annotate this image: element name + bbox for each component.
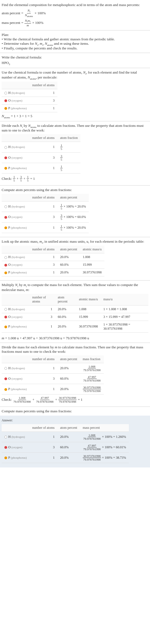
chemical-formula-section: Write the chemical formula: HPO3 (0, 53, 150, 68)
element-swatch-icon (4, 107, 7, 110)
table-row: H (hydrogen)1 (2, 89, 57, 97)
answer-table: number of atomsatom percentmass percent … (2, 424, 129, 463)
plan-bullet-1: • Write the chemical formula and gather … (2, 37, 148, 41)
table-row: O (oxygen)335 (2, 152, 80, 163)
element-swatch-icon (4, 146, 7, 149)
atomic-mass-section: Look up the atomic mass, mi, in unified … (0, 237, 150, 281)
table-row: O (oxygen)360.0%47.99779.978761998 (2, 374, 104, 384)
atom-fractions-section: Divide each Ni by Natoms to calculate at… (0, 121, 150, 186)
mass-frac-intro: Divide the mass for each element by m to… (2, 345, 148, 354)
answer-label: Answer: (2, 418, 148, 422)
plan-section: Plan: • Write the chemical formula and g… (0, 30, 150, 53)
atom-percents-section: Compute atom percents using the atom fra… (0, 186, 150, 237)
mol-mass-intro: Multiply Ni by mi to compute the mass fo… (2, 283, 148, 292)
table-row: P (phosphorus)120.0%30.9737619981 × 30.9… (2, 321, 148, 332)
element-swatch-icon (4, 205, 7, 208)
plan-bullet-2: • Determine values for Ni, mi, Natoms an… (2, 41, 148, 46)
atom-frac-check: Check: 15 + 35 + 15 = 1 (2, 175, 148, 182)
element-swatch-icon (4, 436, 7, 438)
table-row: O (oxygen)335 × 100% = 60.0% (2, 212, 89, 222)
mass-frac-check: Check: 1.00879.978761998 + 47.99779.9787… (2, 396, 148, 403)
atom-fraction-table: number of atomsatom fraction H (hydrogen… (2, 134, 80, 173)
table-row: O (oxygen)360.0%47.99779.978761998 × 100… (2, 442, 129, 452)
element-swatch-icon (4, 264, 7, 267)
count-atoms-section: Use the chemical formula to count the nu… (0, 68, 150, 121)
element-swatch-icon (4, 377, 7, 380)
atom-count-table: number of atoms H (hydrogen)1 O (oxygen)… (2, 82, 57, 112)
molecular-mass-table: number of atomsatom percentatomic mass/u… (2, 294, 148, 333)
mass-fractions-section: Divide the mass for each element by m to… (0, 343, 150, 407)
atomic-mass-intro: Look up the atomic mass, mi, in unified … (2, 239, 148, 244)
table-row: O (oxygen)360.0%15.999 (2, 261, 104, 269)
element-swatch-icon (4, 99, 7, 102)
element-swatch-icon (4, 308, 7, 311)
element-swatch-icon (4, 216, 7, 219)
mass-fraction-table: number of atomsatom percentmass fraction… (2, 355, 104, 395)
element-swatch-icon (4, 326, 7, 328)
table-row: H (hydrogen)120.0%1.00879.978761998 × 10… (2, 432, 129, 442)
table-row: P (phosphorus)120.0%30.97376199879.97876… (2, 453, 129, 463)
table-row: H (hydrogen)120.0%1.0081 × 1.008 = 1.008 (2, 305, 148, 313)
plan-title: Plan: (2, 33, 148, 37)
table-row: H (hydrogen)120.0%1.00879.978761998 (2, 363, 104, 373)
molecular-mass-section: Multiply Ni by mi to compute the mass fo… (0, 281, 150, 343)
element-swatch-icon (4, 316, 7, 318)
table-row: P (phosphorus)1 (2, 105, 57, 112)
answer-section: Answer: number of atomsatom percentmass … (0, 416, 150, 468)
table-row: H (hydrogen)115 × 100% = 20.0% (2, 201, 89, 212)
element-swatch-icon (4, 367, 7, 370)
element-swatch-icon (4, 167, 7, 170)
element-swatch-icon (4, 226, 7, 229)
mass-percent-intro-section: Compute mass percents using the mass fra… (0, 407, 150, 416)
mass-percent-formula: mass percent = Nimi m × 100% (2, 19, 148, 27)
atom-percent-table: number of atomsatom percent H (hydrogen)… (2, 194, 89, 233)
natoms-sum: Natoms = 1 + 3 + 1 = 5 (2, 114, 148, 119)
table-row: P (phosphorus)120.0%30.97376199879.97876… (2, 384, 104, 394)
element-swatch-icon (4, 156, 7, 159)
table-row: H (hydrogen)120.0%1.008 (2, 253, 104, 261)
table-row: O (oxygen)3 (2, 97, 57, 105)
atom-pct-intro: Compute atom percents using the atom fra… (2, 188, 148, 192)
atom-percent-formula: atom percent = Ni Natoms × 100% (2, 9, 148, 18)
element-swatch-icon (4, 92, 7, 94)
element-swatch-icon (4, 388, 7, 391)
element-swatch-icon (4, 457, 7, 459)
atom-frac-intro: Divide each Ni by Natoms to calculate at… (2, 124, 148, 133)
element-swatch-icon (4, 446, 7, 449)
table-row: O (oxygen)360.0%15.9993 × 15.999 = 47.99… (2, 313, 148, 321)
table-row: H (hydrogen)115 (2, 142, 80, 152)
molecular-mass-sum: m = 1.008 u + 47.997 u + 30.973761998 u … (2, 336, 148, 340)
table-row: P (phosphorus)115 × 100% = 20.0% (2, 222, 89, 233)
plan-bullet-3: • Finally, compute the percents and chec… (2, 46, 148, 51)
element-swatch-icon (4, 271, 7, 274)
problem-intro: Find the elemental composition for metap… (2, 2, 148, 8)
problem-statement: Find the elemental composition for metap… (0, 0, 150, 30)
element-swatch-icon (4, 256, 7, 259)
formula-heading: Write the chemical formula: (2, 55, 148, 60)
count-intro: Use the chemical formula to count the nu… (2, 70, 148, 80)
table-row: P (phosphorus)120.0%30.973761998 (2, 269, 104, 276)
mass-pct-intro: Compute mass percents using the mass fra… (2, 409, 148, 413)
table-row: P (phosphorus)115 (2, 163, 80, 173)
chemical-formula: HPO3 (2, 61, 148, 66)
atomic-mass-table: number of atomsatom percentatomic mass/u… (2, 246, 104, 276)
